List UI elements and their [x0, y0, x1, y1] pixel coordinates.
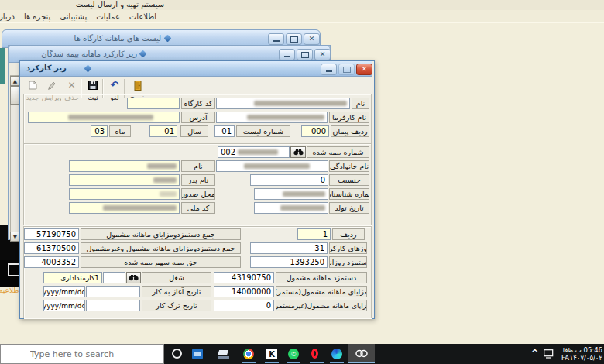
close-button[interactable]: ✕	[314, 49, 331, 60]
premium-field[interactable]: 4003352	[24, 256, 79, 268]
opera-icon[interactable]	[311, 349, 318, 359]
whatsapp-icon[interactable]: ✆	[288, 349, 299, 359]
sum-subject-label: جمع دستمزدومزایای ماهانه مشمول	[81, 228, 241, 240]
maximize-icon	[301, 52, 309, 58]
window-caption-buttons: ✕	[279, 49, 331, 60]
k-app-icon[interactable]: K	[266, 349, 277, 359]
chrome-icon[interactable]	[243, 349, 254, 359]
blue-app-icon[interactable]	[192, 349, 203, 359]
running-indicator	[287, 362, 300, 363]
floppy-disk-icon	[88, 81, 98, 90]
daily-wage-field[interactable]: 1393250	[250, 256, 328, 268]
search-input[interactable]	[29, 349, 148, 360]
employer-name-field[interactable]	[216, 112, 328, 123]
dialog-caption-buttons: ✕	[321, 64, 372, 75]
tray-display-icon[interactable]	[544, 349, 554, 359]
contract-row-field[interactable]: 000	[301, 125, 329, 137]
undo-arrow-icon: ↶	[111, 81, 119, 90]
minimize-button[interactable]	[279, 49, 295, 60]
window-caption-buttons: ✕	[268, 33, 320, 45]
workshop-name-field[interactable]	[216, 98, 350, 109]
minimize-icon	[326, 70, 332, 72]
close-icon: ✕	[320, 51, 326, 58]
menu-item-operations[interactable]: عملیات	[96, 12, 120, 21]
edit-icon	[47, 81, 57, 90]
cortana-icon[interactable]	[172, 349, 182, 359]
national-code-label: کد ملی	[181, 202, 215, 214]
monthly-wage-field[interactable]: 43190750	[214, 272, 274, 283]
address-label: آدرس	[181, 112, 215, 123]
minimize-button[interactable]	[268, 33, 284, 45]
running-indicator	[330, 362, 344, 363]
father-name-field[interactable]	[69, 174, 180, 186]
maximize-icon	[290, 36, 298, 43]
national-code-field[interactable]	[69, 202, 180, 214]
month-label: ماه	[109, 125, 131, 137]
work-days-field[interactable]: 31	[250, 242, 328, 254]
menu-item-information[interactable]: اطلاعات	[129, 12, 156, 21]
redacted-value	[247, 115, 324, 120]
family-name-field[interactable]	[216, 160, 328, 172]
sum-subject-field[interactable]: 57190750	[24, 228, 79, 240]
workshop-code-label: کد کارگاه	[181, 98, 215, 109]
close-button[interactable]: ✕	[356, 64, 372, 75]
redacted-value	[160, 191, 177, 197]
benefits-noncontinuous-field[interactable]: 0	[214, 300, 274, 311]
job-label: شغل	[142, 272, 211, 283]
active-app-button[interactable]	[348, 344, 375, 362]
year-field[interactable]: 01	[149, 125, 177, 137]
tray-chevron-icon[interactable]: ^	[531, 348, 541, 359]
search-job-button[interactable]	[126, 272, 141, 283]
insured-number-field[interactable]: 002	[218, 146, 290, 158]
premium-label: حق بیمه سهم بیمه شده	[81, 256, 241, 268]
issue-place-field[interactable]	[69, 188, 180, 200]
running-indicator	[242, 362, 256, 363]
month-field[interactable]: 03	[91, 125, 108, 137]
start-date-field[interactable]	[86, 286, 140, 297]
id-number-field[interactable]	[254, 188, 328, 200]
window-insured-detail-title: ریز کارکرد ماهانه بیمه شدگان	[32, 50, 137, 58]
redacted-value	[283, 191, 325, 197]
menu-item-support[interactable]: پشتیبانی	[60, 12, 87, 21]
edge-icon[interactable]	[331, 349, 342, 359]
start-date-label: تاریخ آغاز به کار	[142, 286, 211, 297]
menu-item-windows[interactable]: پنجره ها	[24, 12, 51, 21]
close-icon: ✕	[309, 36, 315, 43]
app-title: سیستم تهیه و ارسال لیست	[54, 0, 186, 10]
job-code-field[interactable]	[103, 272, 125, 283]
sum-all-field[interactable]: 61370500	[24, 242, 79, 254]
maximize-button	[338, 64, 355, 75]
minimize-button[interactable]	[321, 64, 337, 75]
list-number-field[interactable]: 01	[214, 125, 235, 137]
address-field[interactable]	[28, 112, 180, 123]
redacted-value	[153, 177, 177, 183]
name-label: نام	[352, 98, 369, 109]
laptop-app-icon[interactable]	[218, 349, 229, 359]
dialog-work-detail[interactable]: ریز کارکرد ✕ جدید ویرایش ✕ حذف ثبت ↶ لغو	[19, 60, 375, 319]
menu-item-about[interactable]: درباره...	[0, 12, 15, 21]
benefits-continuous-field[interactable]: 14000000	[214, 286, 274, 297]
maximize-button[interactable]	[286, 33, 302, 45]
father-name-label: نام پدر	[181, 174, 215, 186]
maximize-icon	[343, 67, 351, 73]
taskbar-search[interactable]	[0, 344, 164, 364]
redacted-value	[254, 101, 347, 106]
workshop-code-field[interactable]	[127, 98, 180, 109]
employer-name-label: نام کارفرما	[329, 112, 369, 123]
window-icon	[139, 50, 147, 58]
row-field[interactable]: 1	[297, 228, 331, 240]
maximize-button[interactable]	[297, 49, 313, 60]
year-label: سال	[180, 125, 208, 137]
gender-field[interactable]: 0	[250, 174, 328, 186]
first-name-field[interactable]	[69, 160, 180, 172]
insured-number-label: شماره بیمه شده	[307, 146, 369, 158]
close-button[interactable]: ✕	[304, 33, 320, 45]
clock[interactable]: 05:46 ب.ظ ۱۴۰۷/۰۵/۰۲	[567, 346, 602, 362]
row-label: ردیف	[332, 228, 365, 240]
clock-date: ۱۴۰۷/۰۵/۰۲	[567, 354, 602, 362]
end-date-field[interactable]	[86, 300, 140, 311]
search-insured-button[interactable]	[290, 146, 306, 158]
redacted-value	[244, 163, 310, 169]
job-title-field[interactable]: 1کارمنداداری	[43, 272, 102, 283]
birth-date-field[interactable]	[254, 202, 328, 214]
